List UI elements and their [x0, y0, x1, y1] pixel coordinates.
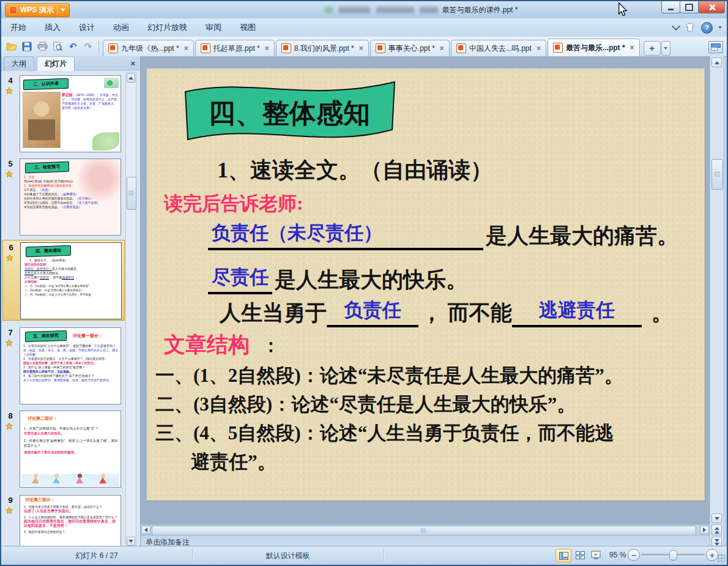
- collapse-ribbon-icon[interactable]: [672, 22, 680, 31]
- thumbnail-image: 三、检查预习 1、注音： 为(wèi) 契(qì) 大抵(dǐ) 悲天悯(mǐn…: [20, 158, 121, 236]
- zoom-out-button[interactable]: −: [628, 549, 640, 561]
- skin-theme-icon[interactable]: [685, 23, 696, 32]
- window-title-area: 最苦与最乐的课件.ppt *: [322, 5, 518, 15]
- minimize-icon: [668, 9, 674, 10]
- thumbnail-image: 二、认识作者 梁启超 （1873—1929）。字卓如，号任公，一字任甫，别号饮冰…: [20, 75, 121, 152]
- wps-app-menu-button[interactable]: WPS 演示: [5, 3, 70, 17]
- doc-tab-3[interactable]: 8.我们的风景.ppt * ×: [276, 40, 369, 56]
- help-dropdown-icon[interactable]: [718, 26, 722, 29]
- scrollbar-thumb[interactable]: [711, 159, 723, 190]
- leaf-decoration: [92, 132, 119, 151]
- help-icon[interactable]: ?: [701, 22, 713, 34]
- slideshow-button[interactable]: [589, 549, 603, 561]
- open-file-button[interactable]: [5, 39, 18, 53]
- window-arrange-icon[interactable]: [708, 41, 723, 53]
- thumbnail-image: 讨论第三部分： 1、结尾作者引用孟子和曾子的话，意在进一步论证什么？ 论述了:人…: [20, 495, 121, 549]
- scroll-right-button[interactable]: [700, 526, 709, 534]
- doc-tab-1[interactable]: 九年级《热...ppt * ×: [103, 40, 194, 56]
- tab-outline[interactable]: 大纲: [4, 56, 34, 71]
- doc-tab-4[interactable]: 事事关心.ppt * ×: [370, 40, 450, 56]
- minimize-button[interactable]: [661, 1, 680, 13]
- new-tab-button[interactable]: +: [644, 41, 661, 56]
- scrollbar-thumb[interactable]: [152, 526, 696, 535]
- angel-illustration: [52, 474, 61, 483]
- current-slide[interactable]: 四、整体感知 1、速读全文。（自由诵读） 读完后告诉老师: 负责任（未尽责任） …: [147, 69, 705, 501]
- scroll-down-button[interactable]: [127, 537, 135, 546]
- tab-close-icon[interactable]: ×: [265, 44, 269, 53]
- blank-answer-2: 尽责任: [208, 264, 272, 294]
- previous-slide-button[interactable]: [711, 524, 722, 535]
- scroll-down-button[interactable]: [711, 513, 722, 523]
- divider: [98, 40, 99, 53]
- zoom-slider-thumb[interactable]: [669, 550, 677, 560]
- menu-tab-slideshow[interactable]: 幻灯片放映: [138, 18, 196, 37]
- slide-thumbnail-6-current[interactable]: 6 四、整体感知 1、速读全文。（自由诵读） 读完后告诉老师: 负责任（未尽责任…: [2, 240, 125, 321]
- tab-slides[interactable]: 幻灯片: [37, 56, 75, 71]
- doc-tab-5[interactable]: 中国人失去...吗.ppt ×: [451, 40, 546, 56]
- slide-thumbnail-4[interactable]: 4 二、认识作者 梁启超 （1873—1929）。字卓如，号任公，一字任甫，别号…: [2, 73, 125, 154]
- ppt-file-icon: [553, 43, 563, 53]
- tab-close-icon[interactable]: ×: [537, 44, 541, 53]
- design-template-name: 默认设计模板: [192, 551, 384, 561]
- slide-thumbnail-5[interactable]: 5 三、检查预习 1、注音： 为(wèi) 契(qì) 大抵(dǐ) 悲天悯(m…: [2, 157, 125, 237]
- ppt-file-icon: [376, 43, 385, 53]
- thumbnail-image: 讨论第二部分： 1、从第三自然段可知，作者认为人生什么最“乐”？ 尽责任是人生最…: [20, 411, 121, 488]
- thumbnail-scrollbar[interactable]: [125, 72, 136, 547]
- tab-close-icon[interactable]: ×: [184, 44, 188, 53]
- slide-thumbnail-8[interactable]: 8 讨论第二部分： 1、从第三自然段可知，作者认为人生什么最“乐”？ 尽责任是人…: [2, 409, 125, 490]
- slide-editor-canvas: 四、整体感知 1、速读全文。（自由诵读） 读完后告诉老师: 负责任（未尽责任） …: [141, 56, 710, 524]
- redo-button[interactable]: ↷: [81, 39, 95, 53]
- slide-text-line1[interactable]: 1、速读全文。（自由诵读）: [217, 155, 492, 185]
- doc-tab-active[interactable]: 最苦与最乐...ppt * ×: [548, 39, 640, 56]
- redacted-text: [420, 7, 438, 13]
- restore-button[interactable]: [680, 1, 699, 13]
- mouse-cursor: [617, 2, 628, 20]
- tab-list-dropdown-icon[interactable]: [661, 41, 670, 56]
- structure-list[interactable]: 一、(1、2自然段)：论述“未尽责任是人生最大的痛苦”。 二、(3自然段)：论述…: [155, 361, 701, 476]
- close-button[interactable]: [698, 1, 725, 13]
- tab-close-icon[interactable]: ×: [630, 43, 634, 52]
- slide-text-prompt[interactable]: 读完后告诉老师:: [164, 191, 303, 217]
- scroll-up-button[interactable]: [127, 73, 135, 83]
- slide-panel: 大纲 幻灯片 × 4 二、认识作者 梁启超 （1873—1929）。字卓如，号任…: [1, 56, 141, 549]
- scroll-left-button[interactable]: [141, 526, 150, 534]
- divider: [57, 6, 58, 15]
- slide-thumbnail-9[interactable]: 9 讨论第三部分： 1、结尾作者引用孟子和曾子的话，意在进一步论证什么？ 论述了…: [2, 493, 125, 549]
- undo-button[interactable]: ↶: [66, 39, 80, 53]
- panel-close-icon[interactable]: ×: [130, 59, 135, 68]
- toolbar-row: ↶ ↷ 九年级《热...ppt * × 托起草原.ppt * × 8.我们的风景…: [1, 37, 727, 57]
- menu-tab-insert[interactable]: 插入: [35, 18, 70, 37]
- normal-view-button[interactable]: [555, 549, 571, 562]
- thumbnail-image: 五、师生探究 讨论第一部分： 1、文章开头设问“人生什么事最苦”，提到了哪些事，…: [20, 327, 121, 404]
- slide-thumbnail-7[interactable]: 7 五、师生探究 讨论第一部分： 1、文章开头设问“人生什么事最苦”，提到了哪些…: [2, 326, 125, 406]
- tab-close-icon[interactable]: ×: [359, 44, 363, 53]
- menu-tab-design[interactable]: 设计: [70, 18, 104, 37]
- panel-tabs: 大纲 幻灯片 ×: [1, 56, 140, 72]
- blank-answer-3: 负责任: [327, 297, 418, 327]
- resize-grip[interactable]: [717, 554, 725, 562]
- print-button[interactable]: [35, 39, 49, 53]
- title-banner[interactable]: 四、整体感知: [180, 76, 401, 151]
- save-button[interactable]: [20, 39, 34, 53]
- scroll-up-button[interactable]: [711, 58, 722, 67]
- print-preview-button[interactable]: [51, 39, 64, 53]
- wps-logo-icon: [9, 6, 17, 14]
- scrollbar-thumb[interactable]: [127, 177, 136, 210]
- slide-sorter-view-button[interactable]: [573, 549, 587, 561]
- vertical-scrollbar[interactable]: [710, 56, 723, 549]
- doc-tab-2[interactable]: 托起草原.ppt * ×: [195, 40, 275, 56]
- menu-tab-view[interactable]: 视图: [231, 18, 265, 37]
- menu-tab-animation[interactable]: 动画: [104, 18, 138, 37]
- structure-item-continued: 避责任”。: [155, 447, 701, 476]
- zoom-in-button[interactable]: +: [706, 549, 718, 561]
- menu-tab-review[interactable]: 审阅: [196, 18, 231, 37]
- fill-blank-row-3[interactable]: 人生当勇于 负责任 ， 而不能 逃避责任 。: [217, 297, 673, 327]
- tab-close-icon[interactable]: ×: [440, 44, 444, 53]
- horizontal-scrollbar[interactable]: [141, 524, 710, 535]
- animation-star-icon: [5, 422, 13, 430]
- fill-blank-row-2[interactable]: 尽责任 是人生最大的快乐。: [208, 264, 467, 294]
- fill-blank-row-1[interactable]: 负责任（未尽责任） 是人生最大的痛苦。: [208, 220, 678, 250]
- structure-heading[interactable]: 文章结构：: [164, 330, 280, 359]
- menu-tab-home[interactable]: 开始: [1, 18, 35, 37]
- window-controls: [662, 1, 725, 13]
